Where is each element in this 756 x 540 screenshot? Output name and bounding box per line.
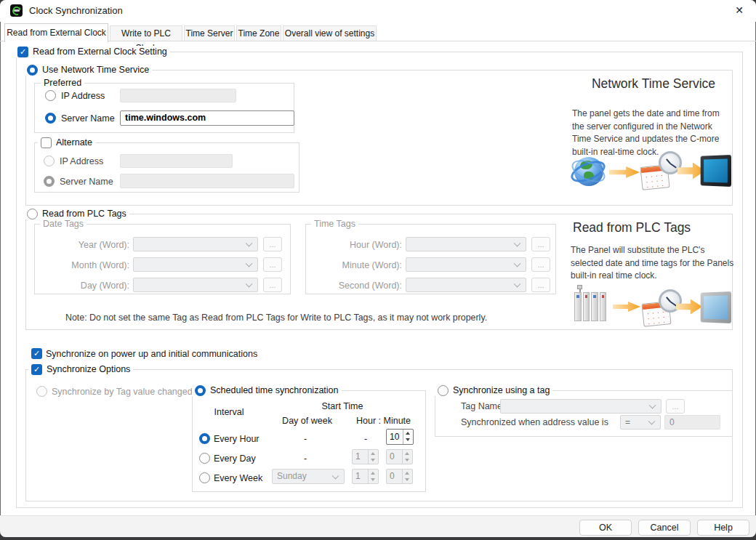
external-clock-setting-label: Read from External Clock Setting [15,46,170,57]
preferred-server-name-input[interactable]: time.windows.com [120,110,294,126]
window-title: Clock Synchronization [29,0,123,22]
tab-strip: Read from External Clock Write to PLC Cl… [0,23,756,41]
second-word-label: Second (Word): [313,281,402,291]
read-from-plc-tags-radio[interactable] [27,209,38,219]
sync-value-input: 0 [664,415,720,430]
alternate-checkbox[interactable] [41,137,52,148]
sync-using-tag-radio[interactable] [438,385,449,396]
alternate-server-name-radio[interactable] [44,176,55,187]
sync-by-tag-value-label: Synchronize by Tag value changed [52,387,193,397]
every-day-minute-spinner: 0 [386,449,413,464]
year-word-label: Year (Word): [42,240,129,250]
app-icon [10,4,23,17]
day-word-dropdown [133,278,258,292]
hour-word-browse-button: ... [531,237,550,251]
spinner-up-icon [403,470,412,477]
alternate-ip-address-input [120,154,233,168]
use-network-time-service-radio[interactable] [27,65,38,76]
chevron-down-icon [246,240,253,247]
synchronize-options-checkbox[interactable] [31,364,42,375]
chevron-down-icon [514,281,521,288]
plc-note: Note: Do not set the same Tag as Read fr… [65,313,487,323]
help-button[interactable]: Help [697,520,749,536]
chevron-down-icon [514,260,521,267]
sync-using-tag-group [435,390,733,437]
every-week-radio[interactable] [199,472,210,483]
second-word-dropdown [406,278,526,292]
date-tags-label: Date Tags [40,218,87,230]
month-word-label: Month (Word): [42,260,129,270]
cancel-button[interactable]: Cancel [638,520,691,536]
tab-read-from-external-clock[interactable]: Read from External Clock [4,23,108,42]
panel-display-icon [701,155,731,187]
plc-info-body: The Panel will substitute the PLC's sele… [571,244,736,283]
every-hour-radio[interactable] [199,433,210,444]
alternate-ip-address-label: IP Address [60,156,103,166]
alternate-server-name-label: Server Name [60,177,113,187]
spinner-down-icon [403,457,412,464]
day-of-week-column-header: Day of week [280,416,334,426]
sync-on-powerup-label: Synchronize on power up and initial comm… [46,349,257,359]
tab-time-zone[interactable]: Time Zone [236,25,281,41]
chevron-down-icon [649,402,656,409]
spinner-up-icon [369,470,378,477]
minute-word-label: Minute (Word): [313,260,402,270]
minute-word-dropdown [406,257,526,272]
spinner-up-icon [403,450,412,457]
month-word-dropdown [133,257,258,272]
chevron-down-icon [246,260,253,267]
preferred-label: Preferred [41,77,84,89]
spinner-down-icon [403,477,412,484]
button-bar: OK Cancel Help [0,515,756,537]
every-day-day-cell: - [287,454,323,464]
preferred-ip-address-input[interactable] [120,89,236,102]
external-clock-setting-checkbox[interactable] [17,47,28,57]
scheduled-sync-radio-label: Scheduled time synchronization [192,384,342,396]
sync-on-powerup-checkbox[interactable] [31,348,42,359]
tag-name-label: Tag Name: [461,401,504,411]
plc-icon [574,285,606,321]
preferred-ip-address-radio[interactable] [45,90,56,101]
every-day-label: Every Day [214,454,256,464]
spinner-up-icon[interactable] [403,430,413,437]
time-tags-label: Time Tags [311,218,358,230]
interval-column-header: Interval [207,407,251,417]
alternate-server-name-input [120,174,294,188]
spinner-down-icon [369,457,378,464]
tag-name-browse-button: ... [666,399,685,414]
synchronize-options-label: Synchronize Options [28,363,133,375]
ok-button[interactable]: OK [579,520,632,536]
scheduled-sync-radio[interactable] [195,385,206,396]
preferred-ip-address-label: IP Address [61,91,105,101]
every-week-label: Every Week [214,473,262,483]
spinner-down-icon[interactable] [403,437,413,444]
every-hour-hour-cell: - [347,434,384,444]
spinner-down-icon [369,477,378,484]
network-time-service-radio-label: Use Network Time Service [24,64,152,76]
alternate-ip-address-radio[interactable] [44,156,55,166]
tab-time-server[interactable]: Time Server [184,25,235,41]
start-time-column-header: Start Time [288,401,397,411]
hour-word-label: Hour (Word): [313,240,402,250]
second-word-browse-button: ... [531,278,550,292]
year-word-dropdown [133,237,258,251]
every-week-day-dropdown: Sunday [272,469,345,484]
month-word-browse-button: ... [263,257,282,272]
tab-overall-view[interactable]: Overall view of settings [283,25,377,41]
clock-synchronization-dialog: Clock Synchronization Read from External… [0,0,756,537]
tag-name-dropdown [500,399,662,414]
globe-icon [571,154,606,189]
chevron-down-icon [514,240,521,247]
sync-condition-label: Synchronized when address value is [461,417,608,427]
title-bar: Clock Synchronization [0,0,756,22]
preferred-server-name-radio[interactable] [45,113,56,124]
sync-by-tag-value-radio[interactable] [36,386,47,397]
every-hour-minute-spinner[interactable]: 10 [386,429,414,445]
hour-word-dropdown [406,237,526,251]
calendar-clock-icon [643,289,682,326]
tab-write-to-plc-clock[interactable]: Write to PLC Clock [110,25,182,41]
operator-dropdown: = [620,415,661,430]
nts-info-title: Network Time Service [574,76,733,92]
close-icon[interactable] [728,1,750,19]
every-day-radio[interactable] [199,453,210,464]
